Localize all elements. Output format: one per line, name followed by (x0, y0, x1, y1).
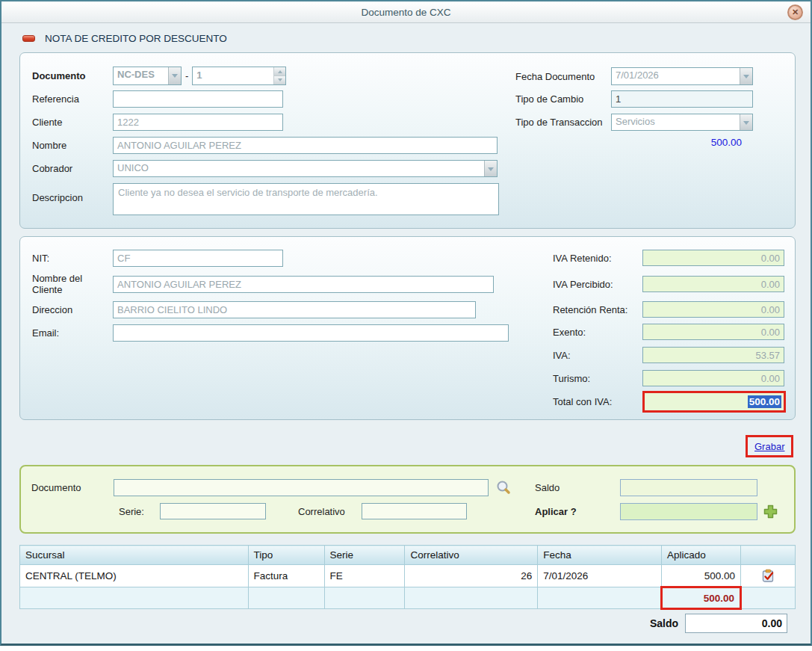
exento-value: 0.00 (642, 324, 784, 340)
chevron-down-icon (484, 161, 497, 176)
iva-retenido-label: IVA Retenido: (553, 253, 642, 264)
direccion-input[interactable] (113, 301, 476, 318)
tipo-transaccion-value: Servicios (612, 114, 740, 130)
col-header-fecha: Fecha (538, 546, 662, 565)
referencia-label: Referencia (32, 93, 113, 105)
iva-label: IVA: (553, 350, 642, 361)
apply-panel: Documento Saldo Serie: Correlativo Aplic… (19, 465, 796, 534)
cell-correlativo: 26 (405, 565, 538, 587)
fecha-documento-select[interactable]: 7/01/2026 (611, 67, 753, 85)
cobrador-label: Cobrador (32, 163, 113, 174)
footer-saldo-value: 0.00 (685, 614, 787, 633)
exento-label: Exento: (553, 327, 642, 338)
cell-tipo: Factura (248, 565, 324, 587)
retencion-renta-label: Retención Renta: (553, 304, 642, 315)
applied-documents-table: Sucursal Tipo Serie Correlativo Fecha Ap… (19, 545, 796, 610)
documento-label: Documento (32, 70, 113, 81)
col-header-sucursal: Sucursal (20, 546, 249, 565)
apply-saldo-input[interactable] (620, 479, 757, 496)
iva-percibido-label: IVA Percibido: (553, 279, 642, 290)
document-amount: 500.00 (711, 137, 742, 148)
grabar-annotation-box: Grabar (746, 435, 793, 457)
window-title: Documento de CXC (361, 7, 450, 18)
retencion-renta-value: 0.00 (642, 301, 784, 318)
aplicar-input[interactable] (620, 503, 757, 520)
correlativo-label: Correlativo (298, 506, 362, 517)
direccion-label: Direccion (32, 304, 113, 315)
search-icon[interactable] (495, 480, 512, 496)
serie-input[interactable] (160, 503, 266, 519)
tipo-transaccion-select[interactable]: Servicios (611, 114, 753, 131)
cell-serie: FE (324, 565, 405, 587)
cliente-label: Cliente (32, 117, 113, 128)
stepper-buttons (273, 67, 285, 84)
tipo-cambio-label: Tipo de Cambio (515, 93, 611, 105)
chevron-down-icon (740, 68, 752, 84)
col-header-correlativo: Correlativo (405, 546, 538, 565)
documento-tipo-value: NC-DES (114, 67, 168, 84)
col-header-serie: Serie (324, 546, 405, 565)
email-input[interactable] (113, 324, 509, 342)
cell-sucursal: CENTRAL (TELMO) (20, 565, 249, 587)
documento-numero-value: 1 (193, 67, 273, 84)
total-con-iva-label: Total con IVA: (553, 396, 642, 407)
iva-percibido-value: 0.00 (642, 276, 784, 292)
email-label: Email: (32, 327, 113, 339)
table-row: CENTRAL (TELMO) Factura FE 26 7/01/2026 … (20, 565, 796, 587)
total-con-iva-input[interactable]: 500.00 (642, 391, 786, 413)
nombre-cliente-input[interactable] (113, 276, 494, 293)
cell-aplicado: 500.00 (662, 565, 741, 587)
total-aplicado: 500.00 (662, 587, 741, 609)
col-header-actions (741, 546, 796, 565)
stepper-up-icon[interactable] (274, 67, 285, 75)
edit-document-icon[interactable] (746, 569, 790, 583)
total-con-iva-value: 500.00 (748, 395, 781, 408)
title-bar: Documento de CXC ✕ (1, 1, 811, 23)
cell-actions (741, 565, 796, 587)
cell-fecha: 7/01/2026 (538, 565, 662, 587)
cliente-input[interactable] (113, 114, 283, 131)
table-header-row: Sucursal Tipo Serie Correlativo Fecha Ap… (20, 546, 796, 565)
descripcion-textarea[interactable]: Cliente ya no desea el servicio de trans… (113, 183, 499, 215)
tipo-transaccion-label: Tipo de Transaccion (515, 117, 611, 128)
form-title: NOTA DE CREDITO POR DESCUENTO (45, 33, 227, 44)
apply-documento-input[interactable] (114, 479, 489, 496)
serie-label: Serie: (119, 506, 160, 517)
client-panel: NIT: Nombre del Cliente Direccion Email:… (19, 236, 796, 420)
stepper-down-icon[interactable] (274, 75, 285, 84)
table-total-row: 500.00 (20, 587, 796, 609)
grabar-button[interactable]: Grabar (754, 441, 784, 452)
iva-value: 53.57 (642, 347, 784, 363)
footer-saldo-label: Saldo (599, 617, 678, 629)
tipo-cambio-input[interactable] (611, 90, 753, 108)
nombre-cliente-label: Nombre del Cliente (32, 273, 113, 295)
add-icon[interactable] (763, 504, 778, 519)
descripcion-label: Descripcion (32, 183, 113, 203)
fecha-documento-label: Fecha Documento (515, 71, 611, 82)
minus-icon (22, 35, 35, 42)
aplicar-label: Aplicar ? (535, 506, 620, 517)
cobrador-value: UNICO (114, 161, 484, 176)
chevron-down-icon (740, 114, 752, 130)
chevron-down-icon (168, 67, 181, 84)
close-icon[interactable]: ✕ (787, 4, 803, 20)
turismo-value: 0.00 (642, 370, 784, 386)
dialog-documento-cxc: Documento de CXC ✕ NOTA DE CREDITO POR D… (0, 0, 812, 646)
documento-separator: - (185, 70, 188, 81)
apply-documento-label: Documento (31, 482, 114, 493)
correlativo-input[interactable] (362, 503, 467, 519)
col-header-aplicado: Aplicado (662, 546, 741, 565)
nombre-input[interactable] (113, 137, 498, 154)
form-header: NOTA DE CREDITO POR DESCUENTO (22, 33, 227, 44)
documento-tipo-select[interactable]: NC-DES (113, 67, 182, 85)
nombre-label: Nombre (32, 140, 113, 151)
cobrador-select[interactable]: UNICO (113, 160, 498, 177)
document-panel: Documento NC-DES - 1 Referencia Cliente (19, 52, 796, 229)
nit-input[interactable] (113, 250, 283, 267)
turismo-label: Turismo: (553, 373, 642, 384)
apply-saldo-label: Saldo (535, 482, 620, 493)
documento-numero-stepper[interactable]: 1 (192, 67, 286, 85)
fecha-documento-value: 7/01/2026 (612, 68, 740, 84)
iva-retenido-value: 0.00 (642, 250, 784, 266)
referencia-input[interactable] (113, 90, 283, 108)
